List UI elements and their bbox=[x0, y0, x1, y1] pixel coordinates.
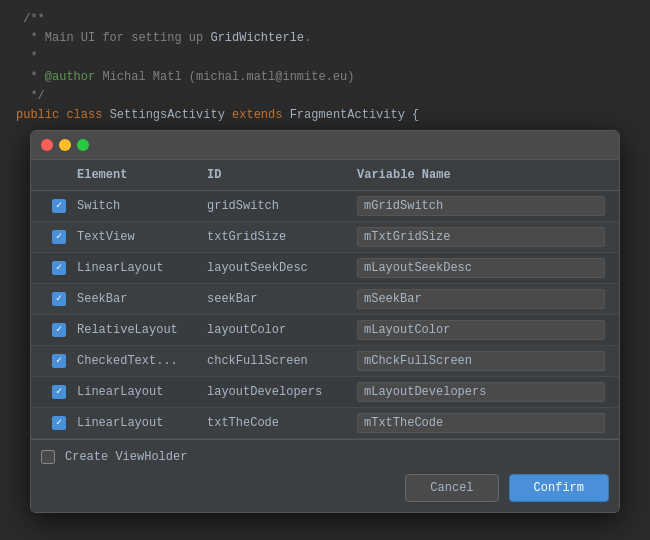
table-row: RelativeLayout layoutColor mLayoutColor bbox=[31, 315, 619, 346]
row-checkbox-cell bbox=[41, 230, 77, 244]
row-checkbox[interactable] bbox=[52, 292, 66, 306]
variable-cell: mLayoutSeekDesc bbox=[357, 258, 605, 278]
code-line: * bbox=[16, 48, 634, 67]
code-line: /** bbox=[16, 10, 634, 29]
row-checkbox[interactable] bbox=[52, 323, 66, 337]
code-line: public class SettingsActivity extends Fr… bbox=[16, 106, 634, 125]
row-checkbox-cell bbox=[41, 354, 77, 368]
element-cell: LinearLayout bbox=[77, 385, 207, 399]
id-cell: seekBar bbox=[207, 292, 357, 306]
table-header: Element ID Variable Name bbox=[31, 160, 619, 191]
row-checkbox[interactable] bbox=[52, 199, 66, 213]
variable-cell: mTxtTheCode bbox=[357, 413, 605, 433]
row-checkbox[interactable] bbox=[52, 230, 66, 244]
table-body: Switch gridSwitch mGridSwitch TextView t… bbox=[31, 191, 619, 439]
row-checkbox[interactable] bbox=[52, 385, 66, 399]
col-id-header: ID bbox=[207, 168, 357, 182]
row-checkbox-cell bbox=[41, 292, 77, 306]
variable-cell: mLayoutDevelopers bbox=[357, 382, 605, 402]
code-line: */ bbox=[16, 87, 634, 106]
create-viewholder-row: Create ViewHolder bbox=[41, 450, 609, 464]
id-cell: txtTheCode bbox=[207, 416, 357, 430]
element-cell: CheckedText... bbox=[77, 354, 207, 368]
element-cell: LinearLayout bbox=[77, 416, 207, 430]
code-line: * @author Michal Matl (michal.matl@inmit… bbox=[16, 68, 634, 87]
variable-cell: mTxtGridSize bbox=[357, 227, 605, 247]
table-row: LinearLayout layoutSeekDesc mLayoutSeekD… bbox=[31, 253, 619, 284]
id-cell: layoutDevelopers bbox=[207, 385, 357, 399]
table-row: SeekBar seekBar mSeekBar bbox=[31, 284, 619, 315]
id-cell: gridSwitch bbox=[207, 199, 357, 213]
table-row: LinearLayout layoutDevelopers mLayoutDev… bbox=[31, 377, 619, 408]
minimize-button[interactable] bbox=[59, 139, 71, 151]
row-checkbox-cell bbox=[41, 385, 77, 399]
variable-cell: mChckFullScreen bbox=[357, 351, 605, 371]
close-button[interactable] bbox=[41, 139, 53, 151]
create-viewholder-checkbox[interactable] bbox=[41, 450, 55, 464]
code-line: * Main UI for setting up GridWichterle. bbox=[16, 29, 634, 48]
row-checkbox-cell bbox=[41, 323, 77, 337]
table-row: TextView txtGridSize mTxtGridSize bbox=[31, 222, 619, 253]
variable-cell: mGridSwitch bbox=[357, 196, 605, 216]
row-checkbox-cell bbox=[41, 199, 77, 213]
id-cell: chckFullScreen bbox=[207, 354, 357, 368]
col-element-header: Element bbox=[77, 168, 207, 182]
cancel-button[interactable]: Cancel bbox=[405, 474, 498, 502]
row-checkbox-cell bbox=[41, 416, 77, 430]
title-bar bbox=[31, 131, 619, 160]
row-checkbox[interactable] bbox=[52, 416, 66, 430]
maximize-button[interactable] bbox=[77, 139, 89, 151]
col-checkbox-header bbox=[41, 168, 77, 182]
variable-cell: mLayoutColor bbox=[357, 320, 605, 340]
table-row: LinearLayout txtTheCode mTxtTheCode bbox=[31, 408, 619, 439]
element-cell: RelativeLayout bbox=[77, 323, 207, 337]
variable-cell: mSeekBar bbox=[357, 289, 605, 309]
id-cell: layoutColor bbox=[207, 323, 357, 337]
row-checkbox[interactable] bbox=[52, 261, 66, 275]
id-cell: txtGridSize bbox=[207, 230, 357, 244]
confirm-button[interactable]: Confirm bbox=[509, 474, 609, 502]
element-cell: Switch bbox=[77, 199, 207, 213]
table-row: Switch gridSwitch mGridSwitch bbox=[31, 191, 619, 222]
create-viewholder-label: Create ViewHolder bbox=[65, 450, 187, 464]
modal-dialog: Element ID Variable Name Switch gridSwit… bbox=[30, 130, 620, 513]
table-row: CheckedText... chckFullScreen mChckFullS… bbox=[31, 346, 619, 377]
footer-section: Create ViewHolder Cancel Confirm bbox=[31, 439, 619, 512]
button-row: Cancel Confirm bbox=[41, 474, 609, 502]
id-cell: layoutSeekDesc bbox=[207, 261, 357, 275]
element-cell: SeekBar bbox=[77, 292, 207, 306]
element-cell: TextView bbox=[77, 230, 207, 244]
element-cell: LinearLayout bbox=[77, 261, 207, 275]
row-checkbox[interactable] bbox=[52, 354, 66, 368]
row-checkbox-cell bbox=[41, 261, 77, 275]
col-variable-header: Variable Name bbox=[357, 168, 609, 182]
